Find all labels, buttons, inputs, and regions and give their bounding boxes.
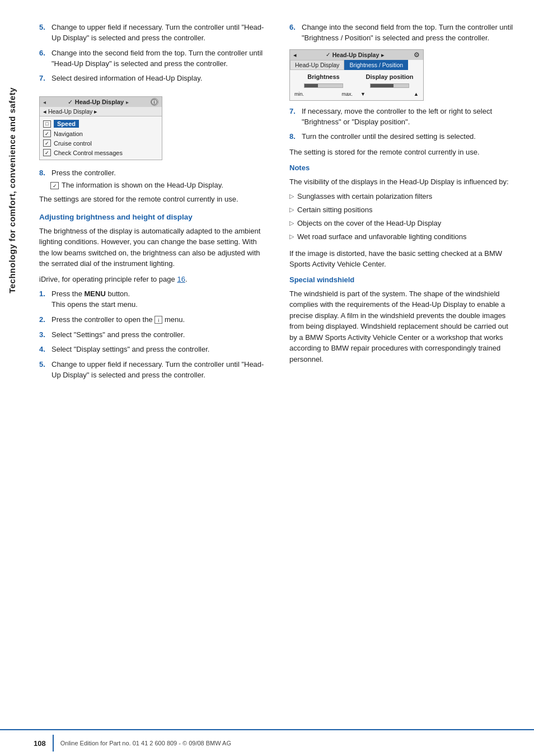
step-8-note-text: The information is shown on the Head-Up … — [62, 181, 223, 189]
hud-item-nav-icon: ✓ — [43, 130, 51, 137]
i-menu-icon: i — [154, 316, 162, 324]
hud2-brightness-col: Brightness min. max. — [293, 73, 354, 97]
step-8r-number: 8. — [289, 132, 298, 142]
hud-info-icon: ⓘ — [151, 98, 158, 106]
bullet-arrow-1: ▷ — [289, 192, 294, 202]
step-8-text: Press the controller. — [51, 168, 116, 179]
hud-arrow-left: ◂ — [43, 99, 46, 105]
position-slider — [370, 83, 409, 88]
menu-bold: MENU — [85, 290, 106, 298]
hud2-title: Head-Up Display — [332, 52, 379, 58]
hud-icon-check: ✓ — [68, 99, 73, 106]
section-heading-brightness: Adjusting brightness and height of displ… — [39, 213, 264, 221]
bullet-text-3: Objects on the cover of the Head-Up Disp… — [297, 218, 441, 229]
hud-mockup-1: ◂ ✓ Head-Up Display ▸ ⓘ ◂ Head-Up Displa… — [39, 96, 162, 160]
step-2b-text: Press the controller to open the i menu. — [51, 315, 185, 325]
hud-item-speed-label: Speed — [54, 120, 79, 128]
step-6r-text: Change into the second field from the to… — [302, 22, 517, 44]
page-number: 108 — [34, 739, 46, 748]
hud-item-cruise-label: Cruise control — [54, 140, 92, 147]
step-8-right: 8. Turn the controller until the desired… — [289, 132, 517, 142]
notes-bullet-list: ▷ Sunglasses with certain polarization f… — [289, 192, 517, 242]
step-5-bottom: 5. Change to upper field if necessary. T… — [39, 360, 264, 381]
hud2-tab2: Brightness / Position — [344, 60, 408, 70]
bullet-text-1: Sunglasses with certain polarization fil… — [297, 192, 432, 202]
hud-item-speed-icon: □ — [43, 120, 51, 128]
footer-divider — [53, 735, 54, 752]
hud-items: □ Speed ✓ Navigation ✓ Cruise control ✓ … — [40, 116, 162, 160]
hud2-brightness-indicator — [293, 83, 354, 88]
step-number: 7. — [39, 73, 48, 84]
hud-item-speed: □ Speed — [43, 119, 158, 129]
hud-item-check-control: ✓ Check Control messages — [43, 148, 158, 157]
notes-intro: The visibility of the displays in the He… — [289, 176, 517, 188]
hud2-tabs: Head-Up Display Brightness / Position — [290, 60, 423, 70]
hud2-position-indicator — [359, 83, 420, 88]
left-column: 5. Change to upper field if necessary. T… — [39, 22, 270, 388]
special-windshield-para: The windshield is part of the system. Th… — [289, 288, 517, 365]
step-3-bottom: 3. Select "Settings" and press the contr… — [39, 330, 264, 340]
bullet-1: ▷ Sunglasses with certain polarization f… — [289, 192, 517, 202]
right-para1: The setting is stored for the remote con… — [289, 147, 517, 158]
hud-arrow-right: ▸ — [126, 99, 129, 105]
step-number: 6. — [39, 48, 48, 69]
step-8-check-icon: ✓ — [50, 182, 59, 189]
idrive-link[interactable]: 16 — [177, 275, 185, 283]
hud2-position-labels: ▼ ▲ — [359, 91, 420, 97]
bullet-text-2: Certain sitting positions — [297, 205, 372, 216]
step-number-8: 8. — [39, 168, 48, 179]
position-label-down: ▼ — [360, 91, 366, 97]
hud2-body: Brightness min. max. Display position — [290, 70, 423, 100]
para-settings-stored: The settings are stored for the remote c… — [39, 194, 264, 205]
hud2-position-col: Display position ▼ ▲ — [359, 73, 420, 97]
hud-second-row: ◂ Head-Up Display ▸ — [40, 107, 162, 116]
steps-top-list: 5. Change to upper field if necessary. T… — [39, 22, 264, 84]
step-1b-text: Press the MENU button.This opens the sta… — [51, 289, 138, 310]
step-text: Change into the second field from the to… — [51, 48, 264, 69]
footer: 108 Online Edition for Part no. 01 41 2 … — [0, 729, 534, 756]
brightness-max-label: max. — [341, 91, 353, 97]
step-7-right: 7. If necessary, move the controller to … — [289, 106, 517, 128]
hud2-tab1: Head-Up Display — [290, 60, 344, 70]
hud-item-cruise: ✓ Cruise control — [43, 138, 158, 148]
bullet-3: ▷ Objects on the cover of the Head-Up Di… — [289, 218, 517, 229]
step-8-note-container: ✓ The information is shown on the Head-U… — [50, 181, 264, 189]
step-7r-text: If necessary, move the controller to the… — [302, 106, 517, 128]
brightness-min-label: min. — [294, 91, 304, 97]
bullet-arrow-2: ▷ — [289, 206, 294, 216]
bullet-2: ▷ Certain sitting positions — [289, 205, 517, 216]
hud2-position-title: Display position — [359, 73, 420, 80]
step-4b-text: Select "Display settings" and press the … — [51, 344, 209, 355]
notes-para: If the image is distorted, have the basi… — [289, 248, 517, 270]
hud-mockup-2: ◂ ✓ Head-Up Display ▸ ⚙ Head-Up Display … — [289, 49, 424, 101]
step-number: 5. — [39, 22, 48, 44]
step-text: Select desired information of Head-Up Di… — [51, 73, 202, 84]
special-windshield-heading: Special windshield — [289, 276, 517, 284]
step-item-8: 8. Press the controller. — [39, 168, 264, 179]
sidebar-text: Technology for comfort, convenience and … — [7, 87, 17, 293]
step-number-4b: 4. — [39, 344, 48, 355]
idrive-ref: iDrive, for operating principle refer to… — [39, 274, 264, 285]
hud-item-cc-label: Check Control messages — [54, 150, 123, 156]
step-item-7-top: 7. Select desired information of Head-Up… — [39, 73, 264, 84]
bullet-text-4: Wet road surface and unfavorable lightin… — [297, 232, 467, 242]
hud-item-navigation: ✓ Navigation — [43, 129, 158, 138]
brightness-slider — [304, 83, 343, 88]
step-1-bottom: 1. Press the MENU button.This opens the … — [39, 289, 264, 310]
hud2-settings-icon: ⚙ — [414, 51, 420, 59]
bullet-arrow-3: ▷ — [289, 219, 294, 229]
step-8r-text: Turn the controller until the desired se… — [302, 132, 476, 142]
step-4-bottom: 4. Select "Display settings" and press t… — [39, 344, 264, 355]
step-number-1b: 1. — [39, 289, 48, 310]
step-5b-text: Change to upper field if necessary. Turn… — [51, 360, 264, 381]
footer-text: Online Edition for Part no. 01 41 2 600 … — [60, 740, 231, 746]
hud2-arrow-left: ◂ — [293, 52, 297, 58]
sidebar: Technology for comfort, convenience and … — [0, 34, 24, 347]
hud2-title-area: ✓ Head-Up Display ▸ — [326, 52, 385, 58]
hud-item-cruise-icon: ✓ — [43, 139, 51, 147]
hud2-arrow-right: ▸ — [381, 52, 385, 58]
step-number-5b: 5. — [39, 360, 48, 381]
step-6-right: 6. Change into the second field from the… — [289, 22, 517, 44]
step-number-2b: 2. — [39, 315, 48, 325]
step-number-6r: 6. — [289, 22, 298, 44]
